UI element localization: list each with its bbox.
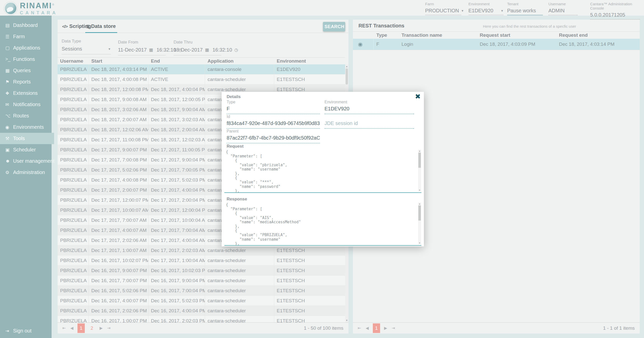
tab-data-store[interactable]: ≣Data store (86, 23, 116, 29)
chevron-down-icon[interactable]: ▼ (108, 47, 111, 51)
table-cell: PBRIZUELA (58, 205, 89, 215)
sidebar-item-queries[interactable]: ▦Queries (0, 65, 52, 76)
rest-row-name: Login (399, 39, 477, 50)
scrollbar-thumb[interactable] (346, 68, 348, 84)
transaction-details-modal: ✖ Details Type F Environment E1DEV920 Id… (222, 92, 424, 246)
time-thru-value[interactable]: 16:32:10 (213, 47, 232, 53)
scrollbar-thumb[interactable] (418, 205, 421, 221)
request-code-box[interactable]: { "Parameter": [ { "value": "pbrizuela",… (224, 149, 421, 193)
table-row[interactable]: PBRIZUELADec 16, 2017, 9:00:07 PMDec 16,… (58, 266, 345, 276)
table-row[interactable]: PBRIZUELADec 16, 2017, 5:02:06 PMDec 16,… (58, 286, 345, 296)
date-from-value[interactable]: 11-Dec-2017 (118, 47, 147, 53)
sidebar-item-scheduler[interactable]: ▣Scheduler (0, 144, 52, 155)
table-row[interactable]: PBRIZUELADec 16, 2017, 7:00:07 PMDec 16,… (58, 276, 345, 286)
page-last-button[interactable]: ⇥ (107, 326, 110, 330)
sidebar-item-environments[interactable]: ◉Environments (0, 121, 52, 133)
time-from-value[interactable]: 16:32:10 (156, 47, 176, 53)
jde-session-id-placeholder[interactable]: JDE session id (325, 120, 414, 126)
sidebar-item-user-management[interactable]: ☻User management (0, 155, 52, 167)
sidebar-item-administration[interactable]: ⚙Administration (0, 167, 52, 178)
page-number-button[interactable]: 1 (77, 323, 85, 333)
table-cell: Dec 16, 2017, 7:00:07 PM (89, 276, 148, 285)
column-header-transaction-name[interactable]: Transaction name (399, 32, 477, 38)
close-icon[interactable]: ✖ (415, 93, 421, 101)
response-scrollbar[interactable]: ▲ ▼ (418, 202, 421, 244)
table-row[interactable]: PBRIZUELADec 16, 2017, 4:00:07 PMDec 16,… (58, 296, 345, 306)
functions-icon: >_ (5, 57, 12, 62)
page-first-button[interactable]: ⇤ (62, 326, 66, 330)
rest-items-count: 1 - 1 of 1 items (603, 325, 635, 331)
table-cell: Dec 17, 2017, 11:00:05 PM (148, 145, 205, 155)
sidebar-item-reports[interactable]: ⚑Reports (0, 76, 52, 88)
page-prev-button[interactable]: ◀ (70, 326, 73, 330)
sign-out-button[interactable]: ⇥ Sign out (0, 325, 52, 336)
table-row[interactable]: PBRIZUELADec 16, 2017, 1:00:07 PMDec 16,… (58, 316, 345, 322)
modal-title: Details (227, 94, 241, 99)
scroll-down-icon[interactable]: ▼ (345, 319, 348, 322)
column-header-application[interactable]: Application (205, 58, 274, 64)
scroll-down-icon[interactable]: ▼ (418, 189, 421, 191)
response-code-box[interactable]: { "Parameter": [ { "value": "AIS", "name… (224, 202, 421, 246)
scroll-up-icon[interactable]: ▲ (418, 203, 421, 205)
console-version-label: Cantara™ Administration Console (590, 2, 640, 10)
table-cell: Dec 16, 2017, 5:02:03 PM (148, 296, 205, 306)
table-cell: Dec 16, 2017, 2:02:06 PM (89, 306, 148, 316)
farm-select[interactable]: Farm PRODUCTION▼ (425, 2, 461, 15)
table-cell: E1TESTSCH (274, 306, 345, 316)
calendar-icon[interactable]: ▦ (205, 47, 209, 53)
page-prev-button[interactable]: ◀ (366, 326, 369, 330)
table-row[interactable]: PBRIZUELADec 16, 2017, 10:02:07 PMDec 17… (58, 256, 345, 266)
column-header-request-end[interactable]: Request end (556, 32, 640, 38)
data-type-label: Data Type (62, 39, 111, 44)
chevron-down-icon[interactable]: ▼ (501, 9, 504, 13)
date-from-field[interactable]: Date From 11-Dec-2017▦16:32:10◷ (118, 40, 166, 55)
sidebar-item-functions[interactable]: >_Functions (0, 54, 52, 65)
column-header-type[interactable]: Type (374, 32, 399, 38)
date-thru-value[interactable]: 18-Dec-2017 (174, 47, 203, 53)
column-header-environment[interactable]: Environment (274, 58, 345, 64)
chevron-down-icon[interactable]: ▼ (461, 9, 464, 13)
table-row[interactable]: PBRIZUELADec 18, 2017, 4:03:14 PMACTIVEc… (58, 64, 345, 74)
page-last-button[interactable]: ⇥ (392, 326, 395, 330)
brand-subname: CANTARA (20, 11, 58, 15)
calendar-icon[interactable]: ▦ (149, 47, 153, 53)
page-number-button[interactable]: 1 (373, 323, 380, 333)
jde-session-id-field[interactable]: JDE session id (325, 114, 414, 129)
type-field[interactable]: Type F (227, 100, 320, 114)
column-header-username[interactable]: Username (58, 58, 89, 64)
date-thru-field[interactable]: Date Thru 18-Dec-2017▦16:32:10◷ (174, 40, 221, 55)
page-number-button[interactable]: 2 (88, 323, 96, 333)
sidebar-item-routes[interactable]: ⌥Routes (0, 110, 52, 121)
scroll-up-icon[interactable]: ▲ (418, 150, 421, 152)
clock-icon[interactable]: ◷ (234, 47, 238, 53)
table-row[interactable]: PBRIZUELADec 18, 2017, 4:00:08 PMACTIVEc… (58, 74, 345, 84)
data-type-select[interactable]: Data Type Sessions▼ (62, 39, 111, 54)
eye-icon[interactable]: ◉ (358, 41, 363, 47)
parent-field[interactable]: Parent 87ac22f7-6fb7-4bc7-9b29-b0df9c50f… (227, 129, 320, 143)
column-header-request-start[interactable]: Request start (477, 32, 556, 38)
page-next-button[interactable]: ▶ (100, 326, 103, 330)
scrollbar-thumb[interactable] (418, 153, 421, 168)
column-header-start[interactable]: Start (89, 58, 148, 64)
environment-detail-field[interactable]: Environment E1DEV920 (325, 100, 414, 114)
sidebar-item-extensions[interactable]: ❖Extensions (0, 88, 52, 99)
search-button[interactable]: SEARCH (323, 22, 345, 31)
table-row[interactable]: PBRIZUELADec 16, 2017, 2:02:06 PMDec 16,… (58, 306, 345, 316)
sidebar-item-farm[interactable]: ☰Farm (0, 31, 52, 42)
table-row[interactable]: PBRIZUELADec 17, 2017, 1:00:07 AMDec 17,… (58, 245, 345, 256)
page-next-button[interactable]: ▶ (384, 326, 387, 330)
sidebar-item-notifications[interactable]: ✉Notifications (0, 99, 52, 110)
sidebar-item-applications[interactable]: ▢Applications (0, 42, 52, 54)
table-cell: Dec 17, 2017, 4:00:07 AM (89, 225, 148, 235)
rest-transaction-row[interactable]: ◉ F Login Dec 18, 2017, 4:03:09 PM Dec 1… (353, 39, 640, 50)
column-header-end[interactable]: End (148, 58, 205, 64)
environment-select[interactable]: Environment E1DEV920▼ (468, 2, 504, 15)
tenant-field[interactable]: Tenant Pause works (507, 2, 543, 15)
id-field[interactable]: Id f834ca47-920e-487d-93d9-06745b9f0d83 (227, 114, 320, 129)
request-scrollbar[interactable]: ▲ ▼ (418, 150, 421, 192)
scroll-down-icon[interactable]: ▼ (418, 242, 421, 244)
sidebar-item-dashboard[interactable]: ▤Dashboard (0, 20, 52, 31)
sidebar-item-tools[interactable]: ⚒Tools (0, 133, 54, 144)
scroll-up-icon[interactable]: ▲ (345, 65, 348, 68)
page-first-button[interactable]: ⇤ (358, 326, 361, 330)
